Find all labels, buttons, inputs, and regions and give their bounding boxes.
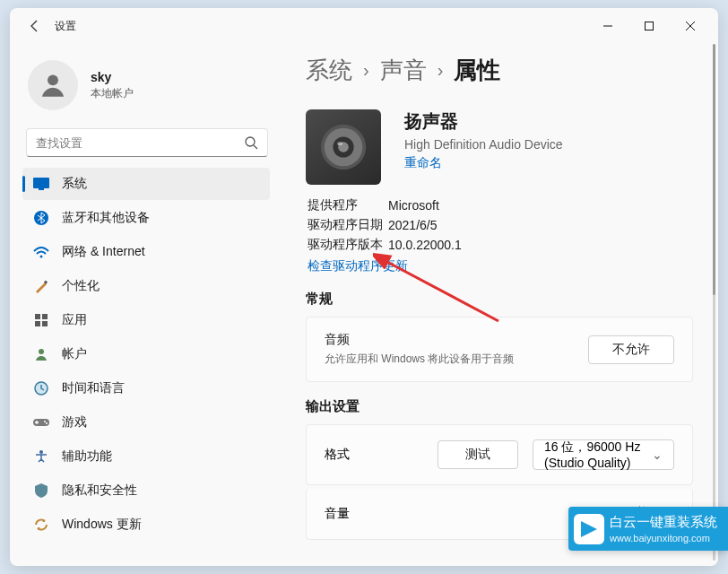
svg-point-20	[46, 422, 48, 424]
sidebar-item-label: 蓝牙和其他设备	[62, 210, 150, 226]
accessibility-icon	[33, 448, 49, 465]
format-dropdown[interactable]: 16 位，96000 Hz (Studio Quality) ⌄	[533, 439, 674, 470]
svg-rect-7	[33, 178, 49, 188]
device-subtitle: High Definition Audio Device	[404, 137, 563, 152]
format-label: 格式	[325, 447, 423, 463]
watermark-url: www.baiyunxitong.com	[610, 533, 717, 544]
driver-date-label: 驱动程序日期	[308, 217, 388, 233]
sidebar: sky 本地帐户 系统蓝牙和其他设备网络 & Internet个性化应用帐户时间…	[10, 44, 281, 566]
watermark: 白云一键重装系统 www.baiyunxitong.com	[568, 507, 728, 551]
chevron-right-icon: ›	[438, 60, 444, 81]
scrollbar-thumb[interactable]	[713, 44, 715, 295]
accounts-icon	[33, 346, 49, 362]
sidebar-item-label: 网络 & Internet	[62, 244, 145, 260]
sidebar-item-update[interactable]: Windows 更新	[22, 509, 270, 541]
watermark-text: 白云一键重装系统	[610, 514, 717, 531]
crumb-sound[interactable]: 声音	[380, 55, 427, 86]
window-title: 设置	[55, 19, 76, 34]
svg-rect-12	[35, 314, 40, 319]
time-icon	[33, 380, 49, 396]
window-controls	[587, 12, 711, 40]
nav-list: 系统蓝牙和其他设备网络 & Internet个性化应用帐户时间和语言游戏辅助功能…	[22, 168, 270, 550]
audio-subtitle: 允许应用和 Windows 将此设备用于音频	[325, 352, 588, 367]
minimize-button[interactable]	[587, 12, 628, 40]
sidebar-item-label: 时间和语言	[62, 380, 125, 396]
output-section-title: 输出设置	[306, 398, 693, 415]
sidebar-item-accessibility[interactable]: 辅助功能	[22, 440, 270, 473]
chevron-right-icon: ›	[363, 60, 369, 81]
disallow-button[interactable]: 不允许	[588, 335, 674, 364]
sidebar-item-label: 游戏	[62, 414, 87, 430]
chevron-down-icon: ⌄	[652, 448, 663, 462]
sidebar-item-system[interactable]: 系统	[22, 168, 270, 200]
crumb-system[interactable]: 系统	[306, 55, 352, 86]
apps-icon	[33, 312, 49, 328]
gaming-icon	[33, 414, 49, 430]
volume-label: 音量	[325, 506, 423, 522]
close-button[interactable]	[670, 12, 711, 40]
svg-point-10	[40, 256, 43, 258]
svg-rect-8	[39, 188, 44, 190]
watermark-icon	[574, 514, 604, 544]
rename-link[interactable]: 重命名	[404, 155, 442, 171]
sidebar-item-personalize[interactable]: 个性化	[22, 270, 270, 302]
svg-rect-15	[42, 321, 48, 326]
user-sub: 本地帐户	[91, 86, 134, 101]
titlebar: 设置	[10, 8, 718, 44]
maximize-button[interactable]	[628, 12, 670, 40]
content-area: 系统 › 声音 › 属性 扬声器 High Definition Audio D…	[281, 44, 718, 566]
back-button[interactable]	[21, 12, 49, 40]
svg-point-16	[39, 349, 44, 354]
personalize-icon	[33, 278, 49, 294]
avatar	[28, 60, 78, 110]
svg-line-6	[254, 145, 257, 149]
sidebar-item-label: Windows 更新	[62, 517, 142, 533]
driver-version-value: 10.0.22000.1	[388, 238, 462, 252]
breadcrumb: 系统 › 声音 › 属性	[306, 55, 693, 86]
svg-rect-1	[646, 22, 654, 30]
sidebar-item-network[interactable]: 网络 & Internet	[22, 236, 270, 268]
sidebar-item-gaming[interactable]: 游戏	[22, 406, 270, 439]
svg-point-21	[39, 450, 43, 454]
sidebar-item-apps[interactable]: 应用	[22, 304, 270, 336]
svg-point-4	[48, 74, 58, 85]
test-button[interactable]: 测试	[438, 440, 518, 469]
sidebar-item-label: 辅助功能	[62, 448, 112, 465]
sidebar-item-time[interactable]: 时间和语言	[22, 372, 270, 404]
audio-card: 音频 允许应用和 Windows 将此设备用于音频 不允许	[306, 317, 693, 382]
update-icon	[33, 517, 49, 533]
driver-date-value: 2021/6/5	[388, 218, 438, 232]
system-icon	[33, 176, 49, 192]
svg-point-19	[44, 421, 46, 422]
format-value: 16 位，96000 Hz (Studio Quality)	[544, 439, 652, 470]
driver-info: 提供程序Microsoft 驱动程序日期2021/6/5 驱动程序版本10.0.…	[308, 196, 693, 274]
scrollbar[interactable]	[713, 44, 715, 561]
general-section-title: 常规	[306, 291, 693, 308]
svg-rect-14	[35, 321, 40, 326]
svg-point-5	[246, 137, 255, 146]
bluetooth-icon	[33, 210, 49, 226]
driver-version-label: 驱动程序版本	[308, 237, 388, 253]
sidebar-item-label: 系统	[62, 176, 87, 192]
speaker-icon	[306, 109, 381, 185]
sidebar-item-bluetooth[interactable]: 蓝牙和其他设备	[22, 202, 270, 234]
check-driver-updates-link[interactable]: 检查驱动程序更新	[308, 258, 693, 274]
sidebar-item-accounts[interactable]: 帐户	[22, 338, 270, 370]
search-input[interactable]	[36, 136, 244, 150]
svg-rect-13	[42, 314, 48, 319]
search-icon	[244, 135, 258, 150]
crumb-properties: 属性	[454, 55, 500, 86]
user-block[interactable]: sky 本地帐户	[28, 60, 270, 110]
provider-label: 提供程序	[308, 197, 388, 213]
privacy-icon	[33, 483, 49, 499]
device-title: 扬声器	[404, 109, 563, 134]
sidebar-item-label: 隐私和安全性	[62, 483, 137, 499]
svg-point-26	[337, 142, 342, 145]
sidebar-item-privacy[interactable]: 隐私和安全性	[22, 474, 270, 507]
search-box[interactable]	[26, 128, 268, 157]
device-header: 扬声器 High Definition Audio Device 重命名	[306, 109, 693, 185]
user-name: sky	[91, 70, 134, 84]
settings-window: 设置 sky 本地帐户 系统蓝牙和其他设备网络 & Internet个性化应	[10, 8, 718, 566]
sidebar-item-label: 应用	[62, 312, 87, 328]
provider-value: Microsoft	[388, 198, 439, 213]
